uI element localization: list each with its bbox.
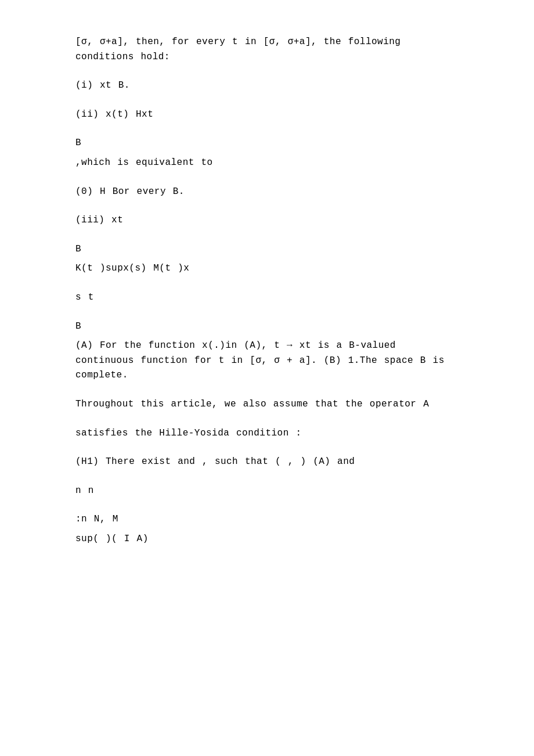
b-label-2: B [75, 242, 459, 257]
text-b3: B [75, 321, 81, 332]
b-label-3: B [75, 319, 459, 334]
text-throughout: Throughout this article, we also assume … [75, 399, 429, 409]
satisfies-line: satisfies the Hille-Yosida condition : [75, 426, 459, 441]
condition-iii: (iii) xt [75, 213, 459, 228]
text-i: (i) xt B. [75, 80, 130, 91]
text-line1: [σ, σ+a], then, for every t in [σ, σ+a],… [75, 37, 400, 47]
colon-n-line: :n N, M [75, 512, 459, 527]
text-nn: n n [75, 485, 94, 496]
text-sup: sup( )( I A) [75, 534, 149, 544]
text-k: K(t )supx(s) M(t )x [75, 263, 189, 273]
text-a2: continuous function for t in [σ, σ + a].… [75, 355, 445, 366]
condition-i: (i) xt B. [75, 78, 459, 93]
text-line2: conditions hold: [75, 52, 170, 62]
main-content: [σ, σ+a], then, for every t in [σ, σ+a],… [75, 35, 459, 546]
b-label-1: B [75, 136, 459, 151]
text-ii: (ii) x(t) Hxt [75, 109, 153, 120]
text-0: (0) H Bor every B. [75, 186, 185, 197]
condition-A-block: (A) For the function x(.)in (A), t → xt … [75, 339, 459, 383]
text-b1: B [75, 138, 81, 148]
equivalent-text: ,which is equivalent to [75, 156, 459, 171]
text-st: s t [75, 292, 94, 303]
condition-0: (0) H Bor every B. [75, 185, 459, 200]
text-satisfies: satisfies the Hille-Yosida condition : [75, 428, 302, 438]
text-b2: B [75, 244, 81, 254]
text-h1: (H1) There exist and , such that ( , ) (… [75, 456, 355, 467]
paragraph-opening: [σ, σ+a], then, for every t in [σ, σ+a],… [75, 35, 459, 64]
text-equiv: ,which is equivalent to [75, 157, 213, 168]
s-t-line: s t [75, 290, 459, 305]
h1-condition: (H1) There exist and , such that ( , ) (… [75, 455, 459, 470]
throughout-block: Throughout this article, we also assume … [75, 397, 459, 412]
n-n-line: n n [75, 484, 459, 499]
condition-ii: (ii) x(t) Hxt [75, 107, 459, 123]
text-iii: (iii) xt [75, 215, 123, 225]
sup-line: sup( )( I A) [75, 532, 459, 547]
text-a1: (A) For the function x(.)in (A), t → xt … [75, 340, 396, 351]
k-formula: K(t )supx(s) M(t )x [75, 261, 459, 276]
text-colon-n: :n N, M [75, 514, 118, 524]
text-a3: complete. [75, 370, 128, 380]
